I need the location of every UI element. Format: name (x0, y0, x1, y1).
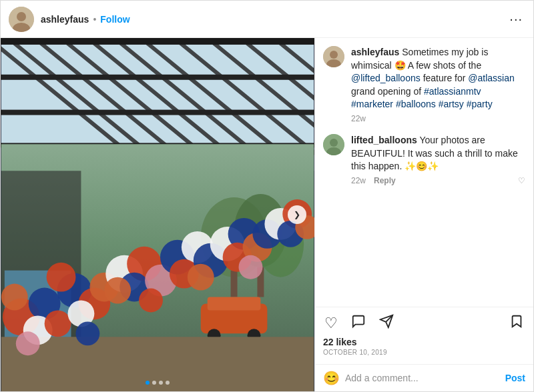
svg-point-46 (75, 321, 99, 345)
post-comment-button[interactable]: Post (505, 373, 525, 383)
header-user-info: ashleyfaus • Follow (41, 14, 507, 25)
actions-bar: ♡ (315, 307, 533, 364)
post-right-panel: ashleyfaus Sometimes my job is whimsical… (314, 38, 533, 391)
reply-comment-avatar (323, 134, 344, 155)
carousel-dot-3[interactable] (159, 381, 163, 385)
bookmark-icon (509, 315, 524, 332)
reply-button[interactable]: Reply (374, 176, 396, 185)
header-separator: • (93, 14, 96, 25)
main-comment-username[interactable]: ashleyfaus (351, 47, 399, 57)
like-button[interactable]: ♡ (323, 313, 339, 333)
comments-section: ashleyfaus Sometimes my job is whimsical… (315, 38, 533, 307)
reply-comment-text: lifted_balloons Your photos are BEAUTIFU… (351, 134, 525, 173)
carousel-next-button[interactable]: ❯ (288, 205, 306, 224)
svg-point-39 (45, 310, 71, 337)
reply-comment-username[interactable]: lifted_balloons (351, 135, 417, 145)
main-comment-text-3: grand opening of (351, 86, 424, 97)
carousel-dot-1[interactable] (146, 381, 150, 385)
svg-point-40 (16, 331, 40, 355)
main-comment-text: ashleyfaus Sometimes my job is whimsical… (351, 46, 525, 111)
svg-point-38 (1, 284, 28, 311)
main-comment-mention-2[interactable]: @atlassian (468, 73, 514, 83)
post-header: ashleyfaus • Follow ··· (1, 1, 533, 38)
heart-icon: ♡ (324, 315, 338, 331)
action-icons-row: ♡ (323, 313, 525, 334)
instagram-post: ashleyfaus • Follow ··· (0, 0, 534, 392)
header-avatar (9, 7, 34, 32)
post-image: ❯ (1, 38, 314, 391)
reply-like-icon[interactable]: ♡ (518, 176, 525, 185)
carousel-dots (146, 381, 170, 385)
carousel-dot-2[interactable] (152, 381, 156, 385)
post-content: ❯ (1, 38, 533, 391)
svg-point-1 (17, 12, 26, 21)
svg-rect-31 (208, 297, 261, 311)
main-comment-body: ashleyfaus Sometimes my job is whimsical… (351, 46, 525, 123)
comment-input[interactable] (345, 373, 500, 383)
main-comment-text-2: feature for (423, 73, 469, 83)
share-button[interactable] (378, 313, 395, 334)
post-date: October 10, 2019 (323, 349, 525, 356)
bookmark-button[interactable] (508, 313, 525, 334)
svg-rect-17 (1, 75, 314, 80)
add-comment-bar: 😊 Post (315, 364, 533, 391)
chevron-right-icon: ❯ (294, 210, 300, 219)
svg-point-73 (330, 139, 338, 147)
follow-button[interactable]: Follow (100, 14, 129, 25)
main-comment-time: 22w (351, 114, 366, 123)
main-comment-mention-1[interactable]: @lifted_balloons (351, 73, 421, 83)
emoji-icon: 😊 (323, 371, 340, 385)
svg-point-57 (188, 264, 214, 291)
reply-comment-meta: 22w Reply ♡ (351, 176, 525, 185)
reply-comment-time: 22w (351, 176, 366, 185)
header-username[interactable]: ashleyfaus (41, 14, 89, 25)
emoji-button[interactable]: 😊 (323, 370, 340, 386)
svg-point-52 (139, 289, 163, 313)
svg-point-50 (104, 277, 131, 304)
svg-point-45 (47, 263, 76, 292)
comment-button[interactable] (350, 313, 367, 334)
reply-comment-body: lifted_balloons Your photos are BEAUTIFU… (351, 134, 525, 185)
svg-rect-18 (1, 110, 314, 115)
share-icon (379, 315, 394, 332)
main-comment-avatar (323, 46, 344, 67)
svg-rect-25 (231, 271, 238, 297)
likes-count: 22 likes (323, 337, 525, 347)
comment-icon (351, 315, 366, 332)
more-options-button[interactable]: ··· (507, 11, 525, 27)
main-comment-meta: 22w (351, 114, 525, 123)
svg-point-70 (330, 51, 338, 59)
svg-point-62 (239, 255, 263, 279)
main-comment: ashleyfaus Sometimes my job is whimsical… (323, 46, 525, 123)
reply-comment: lifted_balloons Your photos are BEAUTIFU… (323, 134, 525, 185)
svg-rect-16 (1, 38, 314, 45)
carousel-dot-4[interactable] (166, 381, 170, 385)
